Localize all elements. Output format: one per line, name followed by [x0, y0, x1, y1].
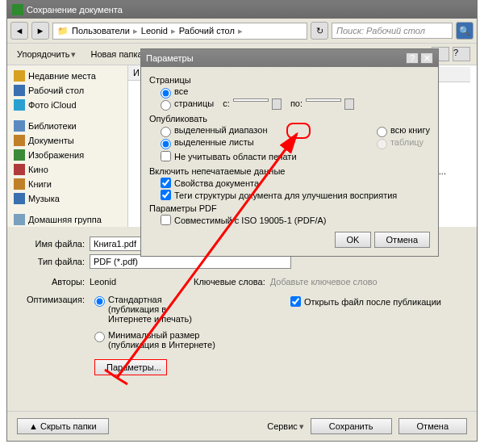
sidebar-item-books[interactable]: Книги — [10, 177, 124, 191]
filename-label: Имя файла: — [20, 239, 85, 249]
pub-sheets-radio[interactable]: выделенные листы — [161, 137, 297, 149]
sidebar-item-documents[interactable]: Документы — [10, 133, 124, 148]
range-to-input[interactable] — [306, 98, 341, 102]
window-title: Сохранение документа — [27, 5, 123, 15]
sidebar-homegroup[interactable]: Домашняя группа — [10, 212, 124, 227]
parameters-dialog: Параметры ? ✕ Страницы все страницы с: п… — [140, 48, 439, 257]
opt-standard-radio[interactable]: Стандартная (публикация в Интернете и пе… — [94, 295, 221, 324]
footer: ▲ Скрыть папки Сервис Сохранить Отмена — [7, 411, 477, 441]
sidebar-item-video[interactable]: Кино — [10, 162, 124, 177]
breadcrumb-part[interactable]: Рабочий стол — [179, 26, 235, 36]
new-folder-button[interactable]: Новая папка — [87, 48, 145, 61]
close-icon[interactable]: ✕ — [420, 52, 433, 64]
sidebar-libraries[interactable]: Библиотеки — [10, 119, 124, 133]
tools-dropdown[interactable]: Сервис — [267, 421, 304, 432]
parameters-button[interactable]: Параметры... — [94, 359, 167, 375]
pub-ignore-checkbox[interactable]: Не учитывать области печати — [161, 151, 297, 161]
nav-bar: ◄ ► 📁 Пользователи▸ Leonid▸ Рабочий стол… — [7, 19, 477, 44]
keywords-hint[interactable]: Добавьте ключевое слово — [270, 277, 378, 287]
help-icon[interactable]: ? — [406, 52, 419, 64]
pages-range-radio[interactable]: страницы с: по: — [161, 98, 430, 111]
opt-minimum-radio[interactable]: Минимальный размер (публикация в Интерне… — [94, 330, 221, 350]
spin-icon[interactable] — [344, 98, 354, 110]
pub-table-radio: таблицу — [377, 137, 430, 149]
spin-icon[interactable] — [272, 98, 282, 110]
search-input[interactable]: Поиск: Рабочий стол — [332, 23, 453, 39]
hide-folders-button[interactable]: ▲ Скрыть папки — [17, 418, 109, 434]
pages-group: Страницы — [149, 75, 430, 85]
params-ok-button[interactable]: OK — [335, 232, 372, 248]
pub-range-radio[interactable]: выделенный диапазон — [161, 125, 297, 137]
keywords-label: Ключевые слова: — [194, 277, 265, 287]
params-titlebar: Параметры ? ✕ — [141, 49, 438, 67]
breadcrumb-part[interactable]: Leonid — [141, 26, 168, 36]
save-button[interactable]: Сохранить — [311, 418, 392, 434]
app-icon — [12, 4, 23, 15]
search-go-button[interactable]: 🔍 — [456, 22, 474, 40]
sidebar-item-images[interactable]: Изображения — [10, 148, 124, 162]
filetype-label: Тип файла: — [20, 257, 85, 266]
params-title: Параметры — [146, 53, 194, 63]
params-cancel-button[interactable]: Отмена — [374, 232, 430, 248]
sidebar-item-desktop[interactable]: Рабочий стол — [10, 83, 124, 98]
open-after-checkbox[interactable]: Открыть файл после публикации — [290, 296, 441, 307]
cancel-button[interactable]: Отмена — [398, 418, 467, 434]
forward-button[interactable]: ► — [31, 22, 49, 40]
iso-checkbox[interactable]: Совместимый с ISO 19005-1 (PDF/A) — [161, 215, 430, 225]
struct-tags-checkbox[interactable]: Теги структуры документа для улучшения в… — [161, 190, 430, 200]
authors-label: Авторы: — [20, 277, 85, 287]
folder-icon: 📁 — [57, 26, 69, 36]
pages-all-radio[interactable]: все — [161, 86, 430, 98]
nonprint-group: Включить непечатаемые данные — [149, 166, 430, 176]
publish-group: Опубликовать — [149, 114, 430, 124]
sidebar-item-music[interactable]: Музыка — [10, 191, 124, 206]
back-button[interactable]: ◄ — [10, 22, 28, 40]
organize-button[interactable]: Упорядочить — [14, 48, 79, 61]
sidebar-item-icloud[interactable]: Фото iCloud — [10, 98, 124, 112]
pdf-group: Параметры PDF — [149, 203, 430, 213]
doc-props-checkbox[interactable]: Свойства документа — [161, 178, 430, 188]
titlebar: Сохранение документа — [7, 1, 477, 19]
refresh-button[interactable]: ↻ — [311, 22, 328, 40]
sidebar-item-recent[interactable]: Недавние места — [10, 69, 124, 83]
sidebar: Недавние места Рабочий стол Фото iCloud … — [7, 65, 128, 227]
breadcrumb-part[interactable]: Пользователи — [72, 26, 130, 36]
authors-value[interactable]: Leonid — [90, 277, 116, 287]
pub-book-radio[interactable]: всю книгу — [377, 125, 430, 137]
help-button[interactable]: ? — [453, 47, 470, 61]
optimization-label: Оптимизация: — [20, 295, 85, 304]
range-from-input[interactable] — [233, 98, 269, 102]
breadcrumb[interactable]: 📁 Пользователи▸ Leonid▸ Рабочий стол▸ — [52, 23, 307, 40]
